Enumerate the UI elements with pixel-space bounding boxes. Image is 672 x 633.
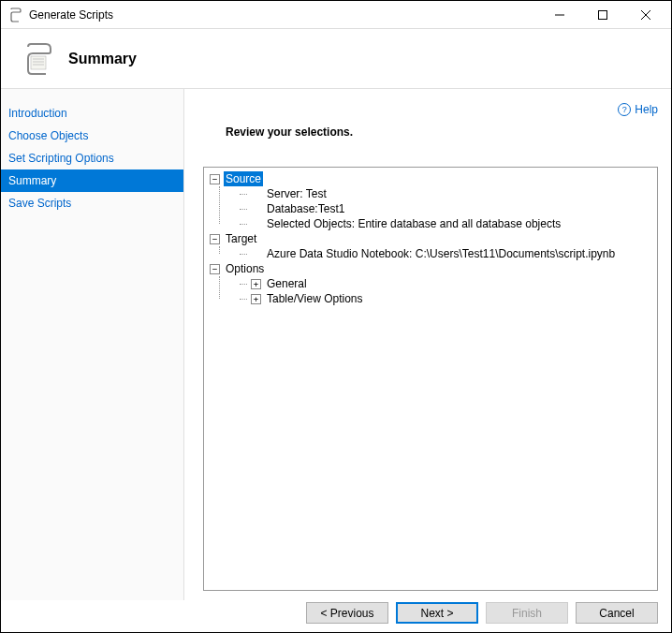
general-label[interactable]: General [265,276,309,291]
summary-tree[interactable]: − Source Server: Test Database:Test1 [203,167,658,591]
tree-node-selected-objects[interactable]: Selected Objects: Entire database and al… [210,216,657,231]
maximize-icon [598,10,607,20]
help-link[interactable]: ? Help [618,103,658,116]
tree-node-source[interactable]: − Source [210,171,657,186]
server-value: Test [306,187,327,200]
wizard-header: Summary [1,29,671,89]
tree-label-options[interactable]: Options [224,261,266,276]
cancel-button[interactable]: Cancel [576,602,658,624]
sidebar-item-introduction[interactable]: Introduction [1,102,183,125]
tree-node-options[interactable]: − Options [210,261,657,276]
notebook-value: C:\Users\Test11\Documents\script.ipynb [416,247,615,260]
wizard-footer: < Previous Next > Finish Cancel [1,600,671,632]
help-icon: ? [618,103,631,116]
instruction-text: Review your selections. [226,125,658,139]
page-title: Summary [68,51,137,67]
minimize-icon [555,10,564,20]
server-label: Server: [267,187,303,200]
table-view-label[interactable]: Table/View Options [265,291,365,306]
previous-button[interactable]: < Previous [306,602,388,624]
sidebar-item-save-scripts[interactable]: Save Scripts [1,192,183,214]
tree-label-source[interactable]: Source [224,171,263,186]
tree-node-table-view[interactable]: + Table/View Options [210,291,657,306]
leaf-icon [251,204,261,214]
tree-node-target[interactable]: − Target [210,231,657,246]
expand-icon[interactable]: + [251,294,261,304]
collapse-icon[interactable]: − [210,234,220,244]
collapse-icon[interactable]: − [210,264,220,274]
window-title: Generate Scripts [29,8,538,22]
close-icon [641,10,650,20]
leaf-icon [251,189,261,199]
leaf-icon [251,249,261,259]
script-icon [22,42,55,76]
notebook-label: Azure Data Studio Notebook: [267,247,412,260]
main-content: ? Help Review your selections. − Source [184,89,671,600]
help-label: Help [635,103,658,116]
svg-rect-1 [599,10,607,19]
maximize-button[interactable] [581,1,624,29]
tree-label-target[interactable]: Target [224,231,258,246]
help-link-container: ? Help [203,102,658,116]
app-icon [8,7,23,22]
finish-button: Finish [486,602,568,624]
next-button[interactable]: Next > [396,602,478,624]
tree-node-server[interactable]: Server: Test [210,186,657,201]
collapse-icon[interactable]: − [210,174,220,184]
selected-objects-value: Entire database and all database objects [358,217,561,230]
close-button[interactable] [624,1,667,29]
minimize-button[interactable] [538,1,581,29]
sidebar-item-summary[interactable]: Summary [1,169,183,192]
window-controls [538,1,667,29]
svg-rect-4 [31,56,46,69]
tree-node-notebook[interactable]: Azure Data Studio Notebook: C:\Users\Tes… [210,246,657,261]
navigation-sidebar: Introduction Choose Objects Set Scriptin… [1,89,184,600]
sidebar-item-set-scripting-options[interactable]: Set Scripting Options [1,147,183,169]
tree-node-general[interactable]: + General [210,276,657,291]
tree-node-database[interactable]: Database:Test1 [210,201,657,216]
titlebar: Generate Scripts [1,1,671,29]
selected-objects-label: Selected Objects: [267,217,355,230]
expand-icon[interactable]: + [251,279,261,289]
wizard-body: Introduction Choose Objects Set Scriptin… [1,89,671,600]
leaf-icon [251,219,261,229]
sidebar-item-choose-objects[interactable]: Choose Objects [1,125,183,147]
database-label: Database: [267,202,318,215]
database-value: Test1 [318,202,345,215]
